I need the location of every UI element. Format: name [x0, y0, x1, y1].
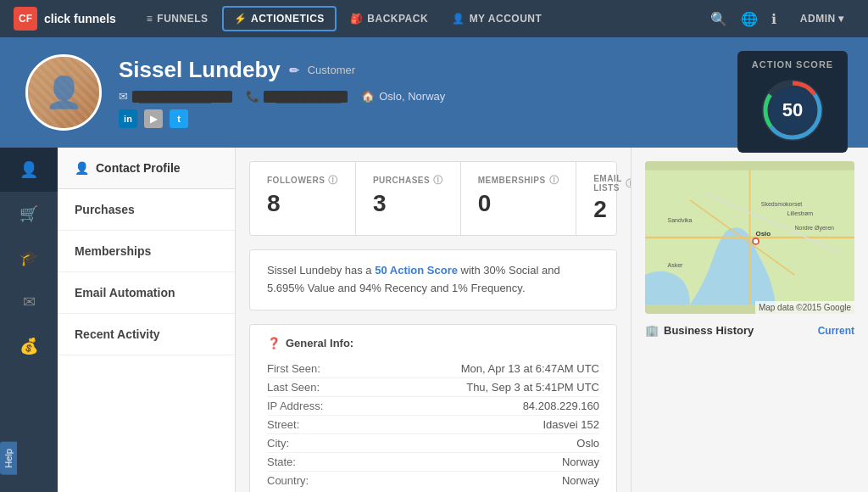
side-nav: 👤 Contact Profile Purchases Memberships …: [58, 148, 236, 492]
sidebar-purchases-icon[interactable]: 🛒: [0, 192, 58, 236]
nav-backpack[interactable]: 🎒 BACKPACK: [340, 8, 438, 30]
action-score-label: ACTION SCORE: [751, 59, 834, 70]
email-value: ██████████.no: [132, 91, 232, 103]
email-lists-label: EMAIL LISTS ⓘ: [593, 174, 631, 193]
purchases-label: PURCHASES ⓘ: [373, 174, 443, 187]
svg-text:Sandvika: Sandvika: [667, 217, 692, 223]
score-circle: 50: [759, 76, 826, 144]
info-row-last-seen: Last Seen: Thu, Sep 3 at 5:41PM UTC: [267, 378, 599, 397]
svg-text:Lillestrøm: Lillestrøm: [787, 210, 814, 216]
action-score-box: ACTION SCORE 50: [737, 51, 848, 153]
sidebar-email-icon[interactable]: ✉: [0, 280, 58, 324]
svg-text:Skedsmokorset: Skedsmokorset: [761, 201, 803, 207]
youtube-icon[interactable]: ▶: [144, 109, 163, 128]
sidebar-contact-icon[interactable]: 👤: [0, 148, 58, 192]
nav-myaccount[interactable]: 👤 MY ACCOUNT: [442, 8, 552, 30]
profile-header: 👤 Sissel Lundeby ✏ Customer ✉ ██████████…: [0, 37, 868, 148]
phone-item: 📞 +█████████: [246, 90, 348, 103]
map-credit: Map data ©2015 Google: [755, 301, 854, 314]
linkedin-icon[interactable]: in: [119, 109, 137, 128]
general-info-title: ❓ General Info:: [267, 337, 599, 349]
profile-contact: ✉ ██████████.no 📞 +█████████ 🏠 Oslo, Nor…: [119, 90, 843, 103]
score-number: 50: [782, 99, 803, 121]
search-icon[interactable]: 🔍: [710, 11, 727, 27]
action-score-info: Sissel Lundeby has a 50 Action Score wit…: [249, 249, 617, 310]
info-icon[interactable]: ℹ: [771, 11, 776, 27]
logo-icon: CF: [14, 7, 37, 31]
info-row-ip: IP Address: 84.208.229.160: [267, 397, 599, 416]
phone-icon: 📞: [246, 90, 259, 103]
stat-followers: FOLLOWERS ⓘ 8: [250, 162, 356, 235]
memberships-value: 0: [478, 190, 559, 217]
map-container: Oslo Sandvika Lillestrøm Skedsmokorset N…: [645, 161, 854, 314]
sidebar-activity-icon[interactable]: 💰: [0, 324, 58, 368]
followers-label: FOLLOWERS ⓘ: [267, 174, 338, 187]
sidebar-item-email-automation[interactable]: Email Automation: [58, 272, 235, 314]
followers-info-icon[interactable]: ⓘ: [328, 174, 338, 187]
memberships-label: MEMBERSHIPS ⓘ: [478, 174, 559, 187]
email-icon: ✉: [119, 90, 128, 103]
globe-icon[interactable]: 🌐: [741, 11, 758, 27]
info-row-country: Country: Norway: [267, 472, 599, 489]
info-row-city: City: Oslo: [267, 434, 599, 453]
profile-name: Sissel Lundeby ✏ Customer: [119, 57, 843, 83]
logo-text: click funnels: [44, 12, 116, 25]
account-icon: 👤: [452, 13, 465, 25]
stats-row: FOLLOWERS ⓘ 8 PURCHASES ⓘ 3 MEMBERSHIPS …: [249, 161, 617, 236]
svg-point-18: [754, 239, 758, 243]
phone-value: +█████████: [264, 91, 348, 103]
location-value: Oslo, Norway: [379, 90, 445, 103]
purchases-info-icon[interactable]: ⓘ: [433, 174, 443, 187]
sidebar-item-memberships[interactable]: Memberships: [58, 231, 235, 272]
admin-menu[interactable]: ADMIN ▾: [790, 8, 854, 30]
stat-email-lists: EMAIL LISTS ⓘ 2: [576, 162, 631, 235]
nav-right: 🔍 🌐 ℹ ADMIN ▾: [710, 8, 854, 30]
general-info-icon: ❓: [267, 337, 281, 349]
avatar: 👤: [25, 54, 102, 131]
purchases-value: 3: [373, 190, 443, 217]
business-history-link[interactable]: Current: [818, 325, 854, 337]
svg-text:Oslo: Oslo: [756, 230, 771, 238]
stat-memberships: MEMBERSHIPS ⓘ 0: [461, 162, 576, 235]
general-info: ❓ General Info: First Seen: Mon, Apr 13 …: [249, 324, 617, 492]
right-panel: Oslo Sandvika Lillestrøm Skedsmokorset N…: [631, 148, 868, 492]
info-row-street: Street: Idasvei 152: [267, 416, 599, 434]
actionetics-icon: ⚡: [234, 13, 248, 25]
profile-info: Sissel Lundeby ✏ Customer ✉ ██████████.n…: [119, 57, 843, 128]
sidebar-item-recent-activity[interactable]: Recent Activity: [58, 314, 235, 355]
info-row-first-seen: First Seen: Mon, Apr 13 at 6:47AM UTC: [267, 360, 599, 378]
sidebar-item-purchases[interactable]: Purchases: [58, 189, 235, 231]
help-button[interactable]: Help: [0, 442, 17, 475]
contact-profile-icon: 👤: [75, 161, 89, 175]
side-nav-header: 👤 Contact Profile: [58, 148, 235, 189]
edit-icon[interactable]: ✏: [289, 64, 299, 77]
nav-actionetics[interactable]: ⚡ ACTIONETICS: [222, 6, 337, 31]
email-item: ✉ ██████████.no: [119, 90, 232, 103]
location-icon: 🏠: [361, 90, 375, 103]
followers-value: 8: [267, 190, 338, 217]
customer-badge: Customer: [308, 64, 355, 76]
twitter-icon[interactable]: t: [170, 109, 188, 128]
business-history-icon: 🏢: [645, 324, 659, 337]
funnels-icon: ≡: [147, 13, 153, 25]
main-layout: 👤 🛒 🎓 ✉ 💰 👤 Contact Profile Purchases Me…: [0, 148, 868, 492]
logo[interactable]: CF click funnels: [14, 7, 116, 31]
business-history-title: 🏢 Business History Current: [645, 324, 854, 337]
social-icons: in ▶ t: [119, 109, 843, 128]
memberships-info-icon[interactable]: ⓘ: [549, 174, 559, 187]
email-lists-value: 2: [593, 196, 631, 223]
nav-funnels[interactable]: ≡ FUNNELS: [136, 8, 219, 30]
top-navigation: CF click funnels ≡ FUNNELS ⚡ ACTIONETICS…: [0, 0, 868, 37]
main-content: FOLLOWERS ⓘ 8 PURCHASES ⓘ 3 MEMBERSHIPS …: [236, 148, 631, 492]
sidebar: 👤 🛒 🎓 ✉ 💰: [0, 148, 58, 492]
svg-text:Asker: Asker: [667, 262, 683, 268]
svg-text:Nordre Øyeren: Nordre Øyeren: [794, 225, 834, 232]
stat-purchases: PURCHASES ⓘ 3: [356, 162, 461, 235]
location-item: 🏠 Oslo, Norway: [361, 90, 445, 103]
info-row-state: State: Norway: [267, 453, 599, 472]
nav-items: ≡ FUNNELS ⚡ ACTIONETICS 🎒 BACKPACK 👤 MY …: [136, 6, 710, 31]
backpack-icon: 🎒: [350, 13, 364, 25]
action-score-link[interactable]: 50 Action Score: [375, 264, 458, 277]
sidebar-memberships-icon[interactable]: 🎓: [0, 236, 58, 280]
